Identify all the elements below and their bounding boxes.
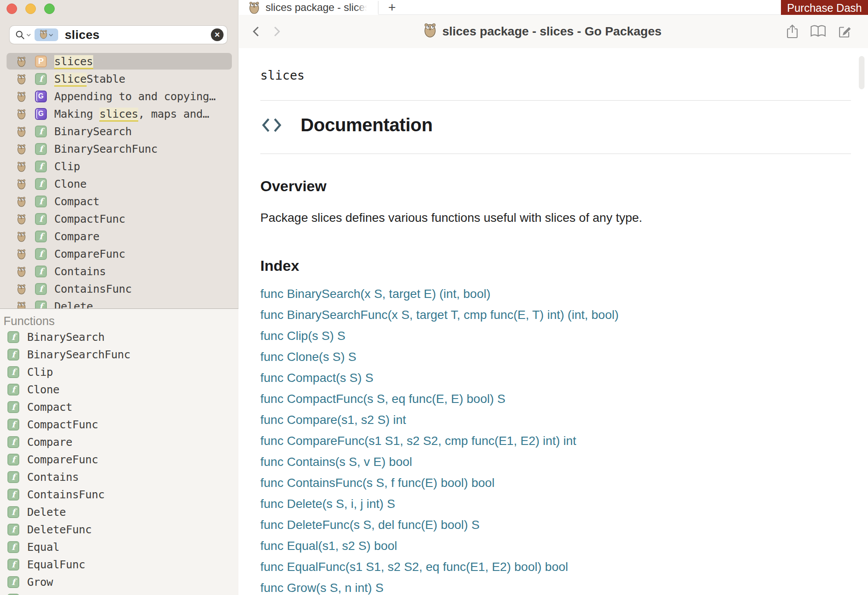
guide-type-icon: G <box>35 91 47 102</box>
function-list-item[interactable]: fCompactFunc <box>0 416 238 433</box>
function-type-icon: f <box>7 331 19 343</box>
search-result-row[interactable]: GAppending to and copying… <box>0 88 238 105</box>
search-result-row[interactable]: fCompareFunc <box>0 245 238 262</box>
function-type-icon: f <box>7 419 19 430</box>
index-func-link[interactable]: func Clone(s S) S <box>260 346 851 368</box>
tab-title: slices package - slices <box>266 1 369 14</box>
function-type-icon: f <box>7 384 19 396</box>
search-result-row[interactable]: fCompactFunc <box>0 210 238 228</box>
search-result-label: Making slices, maps and… <box>54 108 209 120</box>
search-result-row[interactable]: fCompact <box>0 192 238 210</box>
search-result-label: Clone <box>54 178 87 190</box>
search-result-label: CompareFunc <box>54 248 125 260</box>
index-func-link[interactable]: func CompactFunc(s S, eq func(E, E) bool… <box>260 388 851 410</box>
index-func-link[interactable]: func Contains(s S, v E) bool <box>260 452 851 472</box>
index-func-link[interactable]: func BinarySearchFunc(x S, target T, cmp… <box>260 304 851 326</box>
index-func-link[interactable]: func EqualFunc(s1 S1, s2 S2, eq func(E1,… <box>260 556 851 578</box>
zoom-window-button[interactable] <box>44 4 55 14</box>
index-func-link[interactable]: func CompareFunc(s1 S1, s2 S2, cmp func(… <box>260 430 851 452</box>
function-type-icon: f <box>35 73 47 85</box>
index-func-link[interactable]: func BinarySearch(x S, target E) (int, b… <box>260 284 851 304</box>
purchase-dash-button[interactable]: Purchase Dash <box>781 0 868 16</box>
search-result-row[interactable]: fClip <box>0 158 238 175</box>
search-result-row[interactable]: fSliceStable <box>0 70 238 88</box>
search-result-label: Contains <box>54 265 106 278</box>
index-func-link[interactable]: func Compact(s S) S <box>260 368 851 388</box>
function-list-item[interactable]: fContainsFunc <box>0 486 238 503</box>
code-brackets-icon[interactable] <box>260 116 283 135</box>
function-type-icon: f <box>7 471 19 483</box>
bookmarks-icon[interactable] <box>810 25 826 38</box>
search-input[interactable]: slices <box>65 28 211 42</box>
function-list-item[interactable]: fCompare <box>0 433 238 451</box>
function-type-icon: f <box>7 524 19 536</box>
function-label: CompactFunc <box>27 418 98 431</box>
search-result-row[interactable]: fContains <box>0 262 238 280</box>
search-result-row[interactable]: fCompare <box>0 228 238 245</box>
index-func-link[interactable]: func ContainsFunc(s S, f func(E) bool) b… <box>260 472 851 494</box>
function-list-item[interactable]: f <box>0 591 238 595</box>
annotate-icon[interactable] <box>837 24 851 38</box>
function-list-item[interactable]: fBinarySearchFunc <box>0 346 238 363</box>
go-gopher-icon <box>16 231 27 242</box>
function-label: Clip <box>27 366 53 378</box>
window-controls <box>7 4 55 14</box>
function-list-item[interactable]: fCompact <box>0 398 238 416</box>
function-list-item[interactable]: fBinarySearch <box>0 328 238 346</box>
search-result-label: SliceStable <box>54 73 125 85</box>
go-gopher-icon <box>39 29 48 41</box>
function-list-item[interactable]: fEqualFunc <box>0 556 238 573</box>
search-result-row[interactable]: GMaking slices, maps and… <box>0 105 238 122</box>
index-func-link[interactable]: func Delete(s S, i, j int) S <box>260 494 851 514</box>
function-list-item[interactable]: fEqual <box>0 538 238 556</box>
minimize-window-button[interactable] <box>25 4 36 14</box>
search-result-label: Appending to and copying… <box>54 90 216 103</box>
function-label: Contains <box>27 471 79 483</box>
function-list-item[interactable]: fDelete <box>0 503 238 521</box>
function-list-item[interactable]: fClone <box>0 381 238 398</box>
new-tab-button[interactable]: + <box>382 0 402 14</box>
search-result-row[interactable]: fDelete <box>0 298 238 309</box>
close-window-button[interactable] <box>7 4 17 14</box>
tab-slices-package[interactable]: slices package - slices <box>239 0 378 15</box>
search-scope-menu[interactable] <box>15 30 31 40</box>
index-func-link[interactable]: func Compare(s1, s2 S) int <box>260 410 851 430</box>
search-result-row[interactable]: fBinarySearch <box>0 122 238 140</box>
index-func-link[interactable]: func DeleteFunc(s S, del func(E) bool) S <box>260 514 851 536</box>
function-list-item[interactable]: fClip <box>0 363 238 381</box>
index-link-list: func BinarySearch(x S, target E) (int, b… <box>260 284 851 595</box>
scrollbar-thumb[interactable] <box>859 56 864 89</box>
function-label: BinarySearch <box>27 331 105 343</box>
toolbar: slices package - slices - Go Packages <box>239 15 868 48</box>
index-func-link[interactable]: func Clip(s S) S <box>260 326 851 346</box>
search-bar[interactable]: slices ✕ <box>10 26 227 44</box>
index-func-link[interactable]: func Grow(s S, n int) S <box>260 578 851 595</box>
clear-search-button[interactable]: ✕ <box>211 28 224 41</box>
function-list-item[interactable]: fContains <box>0 468 238 486</box>
divider <box>260 154 851 154</box>
index-func-link[interactable]: func Equal(s1, s2 S) bool <box>260 536 851 556</box>
function-list-item[interactable]: fCompareFunc <box>0 451 238 468</box>
go-gopher-icon <box>16 126 27 137</box>
function-label: CompareFunc <box>27 453 98 466</box>
search-result-row[interactable]: Pslices <box>0 52 238 70</box>
go-gopher-icon <box>16 196 27 207</box>
share-icon[interactable] <box>786 24 799 39</box>
main-area: slices package - slices + Purchase Dash … <box>239 0 868 595</box>
docset-filter-pill[interactable] <box>35 28 58 41</box>
function-type-icon: f <box>7 436 19 448</box>
search-result-row[interactable]: fBinarySearchFunc <box>0 140 238 158</box>
match-highlight: slices <box>99 108 138 122</box>
search-result-row[interactable]: fClone <box>0 175 238 192</box>
go-gopher-icon <box>16 214 27 224</box>
functions-list: fBinarySearchfBinarySearchFuncfClipfClon… <box>0 328 238 595</box>
function-type-icon: f <box>35 301 47 309</box>
go-gopher-icon <box>16 301 27 309</box>
function-label: Clone <box>27 383 60 396</box>
function-list-item[interactable]: fGrow <box>0 573 238 591</box>
page-title-bar: slices package - slices - Go Packages <box>228 15 857 48</box>
search-result-row[interactable]: fContainsFunc <box>0 280 238 298</box>
search-result-label: slices <box>54 55 93 68</box>
function-label: ContainsFunc <box>27 488 105 501</box>
function-list-item[interactable]: fDeleteFunc <box>0 521 238 538</box>
